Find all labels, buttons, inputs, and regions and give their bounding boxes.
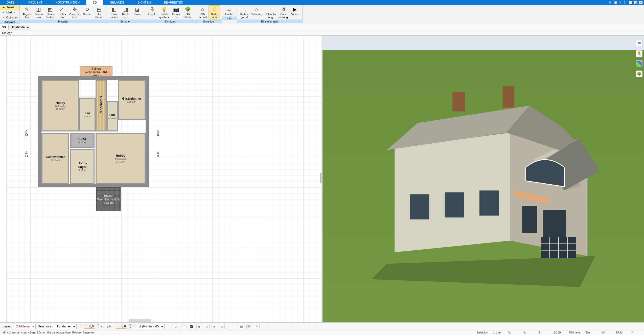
room-gaestezimmer-1[interactable]: Gästezimmer 11,96 m² bbox=[118, 80, 146, 120]
layer2-button[interactable]: ◇ bbox=[204, 324, 210, 329]
clock-button[interactable]: ◷ bbox=[174, 324, 179, 329]
section-marker-b-right: △B bbox=[157, 150, 159, 158]
chair-icon: 🪑 bbox=[637, 51, 642, 56]
skalieren-button[interactable]: ⤢Skalie- ren bbox=[56, 5, 68, 19]
room-hobby-naehstudio[interactable]: Hobby Nähstudio 19,90 m² bbox=[41, 80, 79, 131]
l-step-up[interactable]: ▲ bbox=[97, 325, 99, 326]
layer1-button[interactable]: ◆ bbox=[196, 324, 202, 329]
phi-input[interactable] bbox=[116, 324, 127, 329]
camera-button[interactable]: 🎥 bbox=[189, 324, 194, 329]
dl-select[interactable]: dl (Richtung/Di bbox=[137, 324, 165, 329]
layer3-button[interactable]: ◈ bbox=[212, 324, 217, 329]
clipboard-icon[interactable]: 📋 bbox=[614, 1, 617, 4]
schatten-button[interactable]: ⌂Schatten bbox=[250, 5, 263, 19]
abgreifen-button[interactable]: ✎Abgrei- fen bbox=[21, 5, 33, 19]
room-hobby-fotostudio[interactable]: Hobby Fotostudio 24,71 m² bbox=[96, 133, 146, 184]
statusbar: Mit <Umschalt> und <Strg> können Sie die… bbox=[0, 330, 644, 335]
menu-datei[interactable]: DATEI bbox=[0, 0, 22, 5]
menu-gelaende[interactable]: GELÄNDE bbox=[103, 0, 131, 5]
scene-button[interactable]: ◫ bbox=[181, 324, 187, 329]
phi-step-down[interactable]: ▼ bbox=[129, 326, 131, 328]
l-step-down[interactable]: ▼ bbox=[97, 326, 99, 328]
kamera-button[interactable]: 📷Kame- ra bbox=[170, 5, 182, 19]
floorplan-pane[interactable]: Balkon Wohnfläche 50% 2,50 m² Hobby Nähs… bbox=[0, 36, 323, 322]
close-icon[interactable]: × bbox=[639, 1, 642, 4]
section-marker-d-left: △D bbox=[25, 129, 28, 137]
selekt-button[interactable]: ➤Selekt bbox=[0, 5, 19, 10]
terrain-select[interactable]: Urgelände bbox=[8, 25, 30, 30]
room-flur-2[interactable]: Flur 6,35 m² bbox=[107, 101, 118, 131]
grid-button[interactable]: ⊞ bbox=[239, 324, 244, 329]
house-light-icon: ⌂ bbox=[269, 6, 272, 13]
tools-icon[interactable]: ✖ bbox=[609, 1, 612, 4]
zuweisen-button[interactable]: ◫Zuwei- sen bbox=[33, 5, 44, 19]
cube-calc-icon: ◨ bbox=[123, 6, 128, 13]
lichtquelle-button[interactable]: 💡Licht- quelle ▾ bbox=[158, 5, 170, 19]
kollision-button[interactable]: ⇕Kolli- sion bbox=[209, 5, 220, 19]
help-icon[interactable]: ? bbox=[624, 1, 627, 4]
svg-rect-14 bbox=[543, 210, 566, 239]
verschieben-button[interactable]: ✥Verschie- ben bbox=[68, 5, 82, 19]
ruler-horizontal bbox=[0, 36, 321, 38]
bottom-toolbar: Layer : 2D-Elemen Geschoss : Fundament l… bbox=[0, 322, 644, 330]
north-button[interactable]: Ⓝ bbox=[246, 324, 252, 329]
horizontal-scrollbar[interactable] bbox=[129, 319, 151, 322]
mark-button[interactable]: ✔Mark.▾ bbox=[0, 10, 19, 15]
status-z: Z: bbox=[539, 331, 549, 334]
house-bg-icon: ⌂ bbox=[243, 6, 246, 13]
menu-projekt[interactable]: PROJEKT bbox=[22, 0, 49, 5]
pinsel-button[interactable]: ◪Pinsel bbox=[132, 5, 143, 19]
dialoge-label: Dialoge: bbox=[2, 31, 13, 35]
armchair-icon: 🪑 bbox=[149, 6, 155, 13]
room-hobby-lager[interactable]: Hobby Lager 8,92 m² bbox=[70, 149, 95, 184]
geschoss-select[interactable]: Fundament bbox=[55, 324, 77, 329]
display-icon: 🖥 bbox=[281, 6, 286, 13]
l-unit: cm bbox=[101, 325, 105, 328]
drehen-button[interactable]: ⟳Drehen bbox=[82, 5, 94, 19]
plants-button[interactable]: 🌳 bbox=[636, 71, 642, 77]
assign-icon: ◫ bbox=[36, 6, 41, 13]
hintergrund-button[interactable]: ⌂Hinter- grund bbox=[238, 5, 250, 19]
furniture-button[interactable]: 🪑 bbox=[636, 50, 642, 57]
darstellung-button[interactable]: 🖥Dar- stellung bbox=[277, 5, 289, 19]
hin-pinsel-button[interactable]: ▤Hin. Pinsel bbox=[94, 5, 105, 19]
darstellen-button[interactable]: ◧Dar- stellen bbox=[108, 5, 120, 19]
status-unit: Millimeter bbox=[569, 331, 581, 334]
3d-schnitt-button[interactable]: ⌂3D- Schnitt bbox=[197, 5, 209, 19]
objekt-button[interactable]: 🪑Objekt bbox=[147, 5, 158, 19]
l-input[interactable] bbox=[84, 324, 95, 329]
layer-select[interactable]: 2D-Elemen bbox=[14, 324, 36, 329]
flaeche-button[interactable]: ▱Fläche bbox=[223, 5, 235, 16]
maximize-icon[interactable]: □ bbox=[634, 1, 637, 4]
layer4-button[interactable]: ◇ bbox=[219, 324, 225, 329]
north-icon: Ⓝ bbox=[247, 324, 251, 329]
room-treppenhaus[interactable]: Treppenhaus bbox=[96, 80, 107, 131]
svg-rect-10 bbox=[410, 194, 429, 219]
layers-button[interactable]: ≣ bbox=[636, 40, 642, 47]
ribbon-group-info: ▱Fläche Info bbox=[222, 5, 237, 24]
ruler-vertical bbox=[0, 36, 7, 322]
bearbeiten-button[interactable]: ◩Bear- beiten bbox=[44, 5, 56, 19]
info-button[interactable]: ✎ bbox=[254, 324, 260, 329]
room-gaestezimmer-2[interactable]: Gästezimmer 13,85 m² bbox=[41, 133, 69, 184]
beleuchtung-button[interactable]: ⌂Beleuch- tung bbox=[263, 5, 277, 19]
minimize-icon[interactable]: _ bbox=[629, 1, 632, 4]
3d-view-pane[interactable]: ≣ 🪑 🌳 bbox=[323, 36, 644, 322]
layer5-button[interactable]: ◇ bbox=[227, 324, 232, 329]
stack4-icon: ◇ bbox=[221, 325, 223, 328]
room-duwc-1[interactable]: Du/WC 4,20 m² bbox=[70, 133, 95, 148]
menu-sichten[interactable]: SICHTEN bbox=[131, 0, 157, 5]
phi-step-up[interactable]: ▲ bbox=[129, 325, 131, 326]
optionen-button[interactable]: ＋Optionen bbox=[0, 15, 19, 20]
room-balkon-bottom[interactable]: Balkon Wohnfläche 50% 4,51 m² bbox=[96, 187, 121, 211]
menu-3d[interactable]: 3D bbox=[86, 0, 103, 5]
splitter-handle[interactable] bbox=[320, 173, 322, 183]
materials-button[interactable] bbox=[636, 60, 642, 67]
rechnen-button[interactable]: ◨Rech- nen bbox=[120, 5, 132, 19]
menu-bearbeiten[interactable]: BEARBEITEN bbox=[157, 0, 190, 5]
room-flur-1[interactable]: Flur 6,85 m² bbox=[79, 98, 96, 131]
refresh-icon[interactable]: ⟳ bbox=[619, 1, 622, 4]
3d-bitmap-button[interactable]: 🌳3D- Bitmap bbox=[182, 5, 194, 19]
video-button[interactable]: ▶Video bbox=[289, 5, 301, 19]
menu-konstruktion[interactable]: KONSTRUKTION bbox=[49, 0, 86, 5]
